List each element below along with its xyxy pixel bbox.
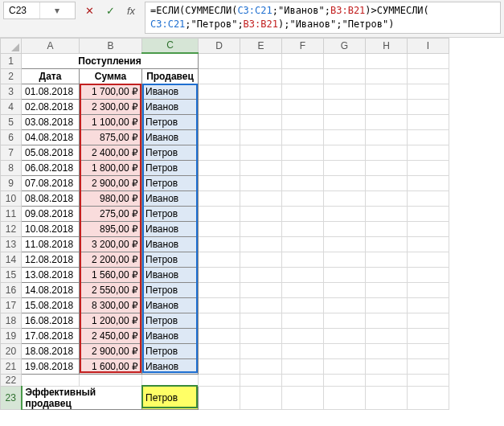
- sum-cell[interactable]: 2 900,00 ₽: [80, 343, 142, 358]
- row-header[interactable]: 11: [1, 206, 22, 221]
- row-header[interactable]: 16: [1, 282, 22, 297]
- date-cell[interactable]: 04.08.2018: [22, 129, 80, 145]
- select-all-corner[interactable]: [1, 38, 22, 53]
- row-header[interactable]: 1: [1, 53, 22, 68]
- date-cell[interactable]: 17.08.2018: [22, 328, 80, 343]
- date-cell[interactable]: 07.08.2018: [22, 175, 80, 190]
- sum-cell[interactable]: 1 700,00 ₽: [80, 84, 142, 99]
- row-header[interactable]: 22: [1, 374, 22, 386]
- row-header[interactable]: 19: [1, 328, 22, 343]
- chevron-down-icon[interactable]: ▾: [39, 2, 76, 18]
- row-header[interactable]: 15: [1, 267, 22, 282]
- row-header[interactable]: 6: [1, 129, 22, 145]
- seller-cell[interactable]: Иванов: [142, 221, 199, 236]
- seller-cell[interactable]: Иванов: [142, 267, 199, 282]
- row-header[interactable]: 20: [1, 343, 22, 358]
- seller-cell[interactable]: Иванов: [142, 190, 199, 206]
- seller-cell[interactable]: Петров: [142, 175, 199, 190]
- seller-cell[interactable]: Иванов: [142, 328, 199, 343]
- result-value-cell[interactable]: Петров: [142, 386, 199, 409]
- sum-cell[interactable]: 1 100,00 ₽: [80, 114, 142, 129]
- date-cell[interactable]: 06.08.2018: [22, 160, 80, 175]
- header-cell-date[interactable]: Дата: [22, 68, 80, 84]
- row-header[interactable]: 3: [1, 84, 22, 99]
- header-cell-seller[interactable]: Продавец: [142, 68, 199, 84]
- date-cell[interactable]: 11.08.2018: [22, 236, 80, 252]
- row-header[interactable]: 23: [1, 386, 22, 409]
- seller-cell[interactable]: Иванов: [142, 129, 199, 145]
- sum-cell[interactable]: 2 900,00 ₽: [80, 175, 142, 190]
- seller-cell[interactable]: Петров: [142, 160, 199, 175]
- seller-cell[interactable]: Иванов: [142, 297, 199, 313]
- seller-cell[interactable]: Иванов: [142, 99, 199, 114]
- row-header[interactable]: 14: [1, 252, 22, 267]
- date-cell[interactable]: 19.08.2018: [22, 358, 80, 374]
- col-header-H[interactable]: H: [366, 38, 408, 53]
- sum-cell[interactable]: 980,00 ₽: [80, 190, 142, 206]
- formula-input[interactable]: =ЕСЛИ(СУММЕСЛИ(C3:C21;"Иванов";B3:B21)>С…: [145, 2, 501, 34]
- result-label-cell[interactable]: Эффективный продавец: [22, 386, 142, 409]
- accept-icon[interactable]: ✓: [100, 2, 121, 19]
- date-cell[interactable]: 13.08.2018: [22, 267, 80, 282]
- date-cell[interactable]: 08.08.2018: [22, 190, 80, 206]
- seller-cell[interactable]: Петров: [142, 313, 199, 328]
- col-header-F[interactable]: F: [282, 38, 324, 53]
- col-header-G[interactable]: G: [324, 38, 366, 53]
- sum-cell[interactable]: 2 200,00 ₽: [80, 252, 142, 267]
- row-header[interactable]: 5: [1, 114, 22, 129]
- date-cell[interactable]: 02.08.2018: [22, 99, 80, 114]
- seller-cell[interactable]: Иванов: [142, 84, 199, 99]
- date-cell[interactable]: 12.08.2018: [22, 252, 80, 267]
- row-header[interactable]: 18: [1, 313, 22, 328]
- row-header[interactable]: 17: [1, 297, 22, 313]
- col-header-A[interactable]: A: [22, 38, 80, 53]
- col-header-B[interactable]: B: [80, 38, 142, 53]
- cancel-icon[interactable]: ✕: [79, 2, 100, 19]
- row-header[interactable]: 12: [1, 221, 22, 236]
- sum-cell[interactable]: 2 400,00 ₽: [80, 145, 142, 160]
- seller-cell[interactable]: Петров: [142, 145, 199, 160]
- sum-cell[interactable]: 895,00 ₽: [80, 221, 142, 236]
- grid-table[interactable]: A B C D E F G H I 1 Поступления 2 Дата С…: [0, 38, 449, 410]
- seller-cell[interactable]: Петров: [142, 343, 199, 358]
- sum-cell[interactable]: 8 300,00 ₽: [80, 297, 142, 313]
- date-cell[interactable]: 03.08.2018: [22, 114, 80, 129]
- date-cell[interactable]: 05.08.2018: [22, 145, 80, 160]
- seller-cell[interactable]: Петров: [142, 252, 199, 267]
- date-cell[interactable]: 10.08.2018: [22, 221, 80, 236]
- col-header-E[interactable]: E: [240, 38, 282, 53]
- date-cell[interactable]: 09.08.2018: [22, 206, 80, 221]
- col-header-D[interactable]: D: [199, 38, 240, 53]
- date-cell[interactable]: 01.08.2018: [22, 84, 80, 99]
- date-cell[interactable]: 16.08.2018: [22, 313, 80, 328]
- row-header[interactable]: 2: [1, 68, 22, 84]
- row-header[interactable]: 9: [1, 175, 22, 190]
- sum-cell[interactable]: 2 450,00 ₽: [80, 328, 142, 343]
- fx-icon[interactable]: fx: [121, 2, 141, 19]
- sum-cell[interactable]: 1 200,00 ₽: [80, 313, 142, 328]
- row-header[interactable]: 10: [1, 190, 22, 206]
- seller-cell[interactable]: Иванов: [142, 358, 199, 374]
- seller-cell[interactable]: Иванов: [142, 236, 199, 252]
- sum-cell[interactable]: 1 600,00 ₽: [80, 358, 142, 374]
- seller-cell[interactable]: Петров: [142, 282, 199, 297]
- col-header-C[interactable]: C: [142, 38, 199, 53]
- merged-title-cell[interactable]: Поступления: [22, 53, 199, 68]
- row-header[interactable]: 8: [1, 160, 22, 175]
- row-header[interactable]: 13: [1, 236, 22, 252]
- sum-cell[interactable]: 275,00 ₽: [80, 206, 142, 221]
- name-box[interactable]: C23 ▾: [3, 2, 76, 19]
- sum-cell[interactable]: 3 200,00 ₽: [80, 236, 142, 252]
- sum-cell[interactable]: 2 300,00 ₽: [80, 99, 142, 114]
- date-cell[interactable]: 15.08.2018: [22, 297, 80, 313]
- sum-cell[interactable]: 2 550,00 ₽: [80, 282, 142, 297]
- seller-cell[interactable]: Петров: [142, 114, 199, 129]
- row-header[interactable]: 21: [1, 358, 22, 374]
- row-header[interactable]: 7: [1, 145, 22, 160]
- sum-cell[interactable]: 875,00 ₽: [80, 129, 142, 145]
- col-header-I[interactable]: I: [408, 38, 449, 53]
- sum-cell[interactable]: 1 800,00 ₽: [80, 160, 142, 175]
- row-header[interactable]: 4: [1, 99, 22, 114]
- date-cell[interactable]: 14.08.2018: [22, 282, 80, 297]
- header-cell-sum[interactable]: Сумма: [80, 68, 142, 84]
